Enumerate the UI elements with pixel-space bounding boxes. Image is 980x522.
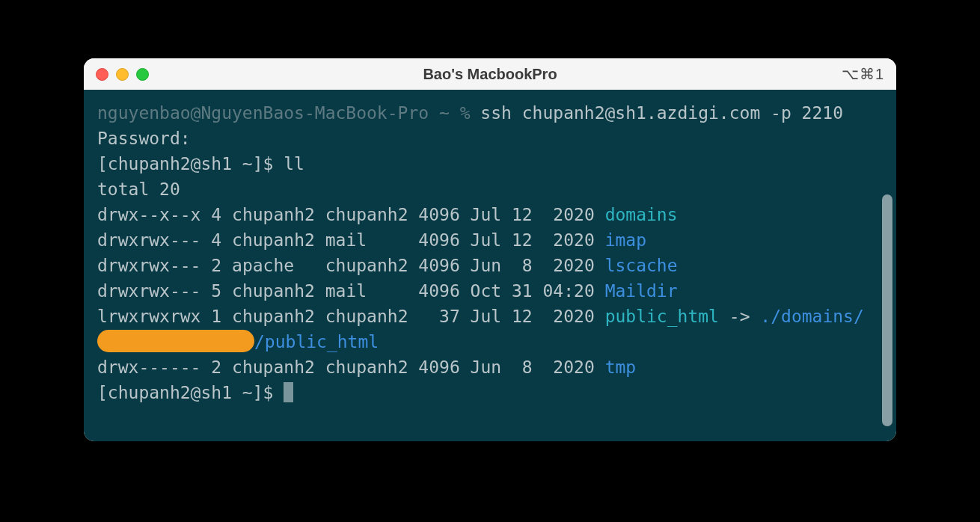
local-prompt: nguyenbao@NguyenBaos-MacBook-Pro ~ %: [97, 103, 480, 123]
owner: chupanh2: [232, 230, 315, 250]
dir-name: lscache: [605, 256, 678, 275]
perm: drwx------: [97, 357, 200, 377]
size: 4096: [418, 281, 459, 301]
date: Jul 12 2020: [471, 307, 595, 326]
window-title: Bao's MacbookPro: [423, 66, 557, 83]
dir-name: imap: [605, 230, 646, 250]
remote-prompt: [chupanh2@sh1 ~]$: [97, 154, 284, 174]
traffic-lights: [96, 68, 149, 81]
perm: drwxrwx---: [97, 281, 200, 301]
links: 1: [211, 307, 221, 326]
symlink-name: public_html: [605, 307, 719, 326]
terminal-window: Bao's MacbookPro ⌥⌘1 nguyenbao@NguyenBao…: [84, 58, 896, 441]
minimize-icon[interactable]: [116, 68, 129, 81]
date: Jul 12 2020: [471, 205, 595, 224]
dir-name: tmp: [605, 357, 637, 377]
redacted-domain: [97, 330, 254, 352]
group: chupanh2: [325, 307, 408, 326]
group: chupanh2: [325, 357, 408, 377]
ssh-command: ssh chupanh2@sh1.azdigi.com -p 2210: [480, 103, 843, 123]
password-label: Password:: [97, 129, 191, 148]
group: chupanh2: [325, 256, 408, 275]
titlebar[interactable]: Bao's MacbookPro ⌥⌘1: [84, 58, 896, 90]
size: 4096: [418, 230, 459, 250]
maximize-icon[interactable]: [136, 68, 149, 81]
date: Jul 12 2020: [471, 230, 595, 250]
scrollbar-thumb[interactable]: [882, 194, 892, 426]
scrollbar-track[interactable]: [881, 90, 895, 441]
owner: chupanh2: [232, 357, 315, 377]
symlink-arrow: ->: [719, 307, 760, 326]
owner: chupanh2: [232, 307, 315, 326]
links: 4: [211, 230, 221, 250]
owner: chupanh2: [232, 205, 315, 224]
symlink-target-prefix: ./domains/: [760, 307, 863, 326]
group: mail: [325, 230, 408, 250]
size: 4096: [418, 256, 459, 275]
perm: drwxrwx---: [97, 256, 200, 275]
date: Jun 8 2020: [471, 357, 595, 377]
dir-name: domains: [605, 205, 678, 224]
remote-prompt: [chupanh2@sh1 ~]$: [97, 383, 284, 402]
close-icon[interactable]: [96, 68, 108, 81]
size: 37: [418, 307, 459, 326]
symlink-target-suffix: /public_html: [254, 332, 379, 351]
cursor-icon: [284, 382, 293, 402]
size: 4096: [418, 205, 459, 224]
links: 4: [211, 205, 221, 224]
perm: drwxrwx---: [97, 230, 200, 250]
group: chupanh2: [325, 205, 408, 224]
ll-command: ll: [284, 154, 304, 174]
terminal-body[interactable]: nguyenbao@NguyenBaos-MacBook-Pro ~ % ssh…: [84, 90, 896, 441]
owner: apache: [232, 256, 315, 275]
links: 2: [211, 357, 221, 377]
terminal-wrap: nguyenbao@NguyenBaos-MacBook-Pro ~ % ssh…: [84, 90, 896, 441]
links: 2: [211, 256, 221, 275]
dir-name: Maildir: [605, 281, 678, 301]
owner: chupanh2: [232, 281, 315, 301]
links: 5: [211, 281, 221, 301]
total-line: total 20: [97, 179, 180, 199]
date: Jun 8 2020: [471, 256, 595, 275]
size: 4096: [418, 357, 459, 377]
perm: drwx--x--x: [97, 205, 200, 224]
perm: lrwxrwxrwx: [97, 307, 200, 326]
date: Oct 31 04:20: [471, 281, 595, 301]
group: mail: [325, 281, 408, 301]
keyboard-shortcut: ⌥⌘1: [842, 65, 884, 83]
